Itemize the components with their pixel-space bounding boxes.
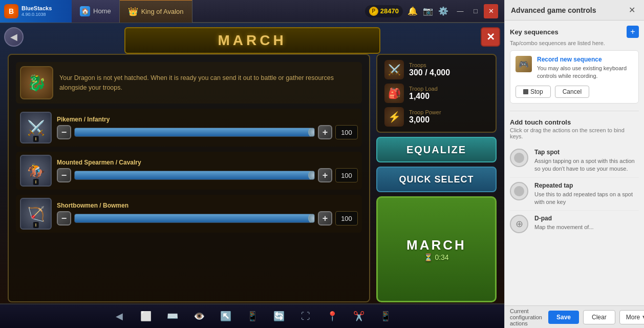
troop-load-icon: 🎒 [384,84,404,103]
record-card-info: Record new sequence You may also use exi… [537,56,633,80]
tab-home[interactable]: 🏠 Home [72,0,120,23]
troop-load-label: Troop Load [409,86,438,92]
tap-spot-item[interactable]: Tap spot Assign tapping on a spot with t… [510,145,639,178]
dpad-item[interactable]: ⊕ D-pad Map the movement of... [510,211,639,237]
bottom-back-btn[interactable]: ◀ [111,308,127,324]
window-controls: — □ ✕ [453,4,498,18]
troop-slider-pikemen[interactable] [74,128,315,137]
repeated-tap-info: Repeated tap Use this to add repeated ta… [534,182,639,207]
troop-power-label: Troop Power [409,109,441,115]
minimize-button[interactable]: — [453,4,467,18]
settings-icon[interactable]: ⚙️ [438,6,449,17]
bottom-rotate-btn[interactable]: 🔄 [271,308,287,324]
add-touch-controls-desc: Click or drag the actions on the screen … [510,127,639,139]
bluestacks-brand: BlueStacks 4.90.0.1038 [22,5,52,17]
footer-label: Current configuration actions [510,308,542,326]
cancel-button[interactable]: Cancel [555,86,589,98]
bottom-keyboard-btn[interactable]: ⌨️ [164,308,181,324]
save-button[interactable]: Save [548,311,579,324]
stat-row-troops: ⚔️ Troops 300 / 4,000 [384,60,488,79]
troop-avatar-pikemen: ⚔️ I [20,112,52,144]
troop-name-cavalry: Mounted Spearmen / Cavalry [57,159,358,166]
bottom-scissors-btn[interactable]: ✂️ [351,308,367,324]
march-title: MARCH [124,27,380,54]
troop-name-pikemen: Pikemen / Infantry [57,116,358,123]
troop-value-cavalry: 100 [335,168,358,182]
maximize-button[interactable]: □ [468,4,483,18]
home-icon: 🏠 [80,6,90,16]
camera-icon[interactable]: 📷 [422,6,434,17]
troops-icon: ⚔️ [384,60,404,79]
troop-slider-cavalry[interactable] [74,171,315,180]
troop-value-bowmen: 100 [335,211,358,225]
stat-row-load: 🎒 Troop Load 1,400 [384,84,488,103]
troop-decrease-cavalry[interactable]: − [57,168,71,182]
troop-increase-pikemen[interactable]: + [318,125,332,139]
add-sequence-button[interactable]: + [627,26,639,38]
bottom-expand-btn[interactable]: ⛶ [297,308,314,324]
key-sequences-title: Key sequences [510,28,559,36]
record-sequence-card: 🎮 Record new sequence You may also use e… [510,50,639,104]
equalize-button[interactable]: EQUALIZE [376,137,497,162]
repeated-tap-circle [510,182,528,200]
bottom-home-btn[interactable]: ⬜ [138,308,154,324]
coin-icon: P [369,7,378,16]
dpad-title: D-pad [534,215,639,222]
troop-decrease-bowmen[interactable]: − [57,211,71,225]
bottom-phone-btn[interactable]: 📱 [377,308,394,324]
bell-icon[interactable]: 🔔 [407,6,418,17]
game-main-panel: 🐉 Your Dragon is not yet hatched. When i… [8,54,497,302]
section-divider [510,111,639,111]
troop-slider-fill [75,128,314,136]
dragon-avatar: 🐉 [20,66,53,99]
dpad-icon: ⊕ [510,215,528,233]
stats-area: ⚔️ Troops 300 / 4,000 🎒 Troop Load 1,400 [376,54,497,133]
troop-level-badge: I [33,222,39,228]
troop-increase-bowmen[interactable]: + [318,211,332,225]
game-icon: 👑 [128,7,138,17]
dpad-info: D-pad Map the movement of... [534,215,639,231]
back-button[interactable]: ◀ [4,27,24,47]
stop-button[interactable]: Stop [516,86,551,98]
more-arrow-icon: ▼ [641,314,644,320]
record-card-top: 🎮 Record new sequence You may also use e… [516,56,633,80]
troop-slider-thumb [308,214,315,223]
tap-spot-info: Tap spot Assign tapping on a spot with t… [534,149,639,173]
troop-level-badge: I [33,136,39,142]
advanced-controls-header: Advanced game controls ✕ [505,0,644,20]
advanced-controls-close-button[interactable]: ✕ [626,4,638,16]
troop-name-bowmen: Shortbowmen / Bowmen [57,202,358,209]
close-window-button[interactable]: ✕ [484,4,498,18]
bottom-location-btn[interactable]: 📍 [324,308,340,324]
march-button[interactable]: MARCH ⏳ 0:34 [376,196,497,302]
right-panel: ⚔️ Troops 300 / 4,000 🎒 Troop Load 1,400 [376,54,497,302]
advanced-controls-body: Key sequences + Tap/combo sequences are … [505,20,644,305]
march-button-title: MARCH [406,237,466,253]
troop-slider-row-bowmen: − + 100 [57,211,358,225]
coin-value: 28470 [380,7,399,15]
march-button-timer: ⏳ 0:34 [424,253,448,261]
record-actions: Stop Cancel [516,86,633,98]
game-content: ◀ MARCH ✕ 🐉 Your Dragon is not yet hatch… [0,23,504,328]
tab-game[interactable]: 👑 King of Avalon [120,0,192,23]
top-bar: B BlueStacks 4.90.0.1038 🏠 Home 👑 King o… [0,0,504,23]
table-row: 🏇 I Mounted Spearmen / Cavalry − [16,152,362,190]
quick-select-button[interactable]: QUICK SELECT [376,167,497,192]
clear-button[interactable]: Clear [583,310,615,324]
troop-slider-row-pikemen: − + 100 [57,125,358,139]
table-row: ⚔️ I Pikemen / Infantry − + [16,109,362,147]
game-close-button[interactable]: ✕ [481,27,500,47]
record-sequence-desc: You may also use existing keyboard contr… [537,65,633,80]
troop-slider-bowmen[interactable] [74,214,315,223]
troop-decrease-pikemen[interactable]: − [57,125,71,139]
repeated-tap-item[interactable]: Repeated tap Use this to add repeated ta… [510,178,639,211]
troop-controls-cavalry: Mounted Spearmen / Cavalry − + 100 [57,159,358,182]
game-area: B BlueStacks 4.90.0.1038 🏠 Home 👑 King o… [0,0,504,328]
troop-increase-cavalry[interactable]: + [318,168,332,182]
bottom-screen-btn[interactable]: 📱 [244,308,261,324]
bottom-eye-btn[interactable]: 👁️ [191,308,207,324]
troop-value-pikemen: 100 [335,125,358,139]
more-button[interactable]: More ▼ [619,310,644,324]
add-touch-controls-section: Add touch controls Click or drag the act… [510,118,639,238]
bottom-cursor-btn[interactable]: ↖️ [218,308,234,324]
